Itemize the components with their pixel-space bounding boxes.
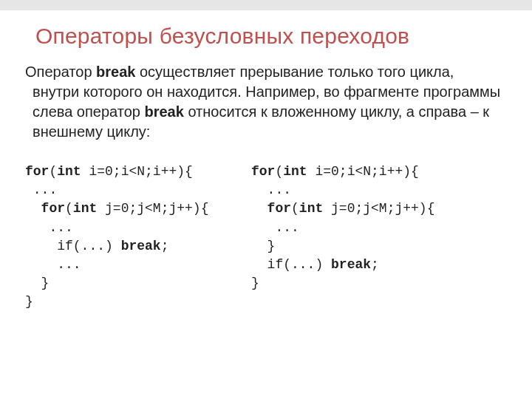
code-r-l1d: i=0;i<N;i++){ (307, 164, 419, 179)
code-r-l3d: int (299, 201, 323, 216)
code-r-l1c: int (283, 164, 307, 179)
code-l-l1b: ( (49, 164, 57, 179)
code-right: for(int i=0;i<N;i++){ ... for(int j=0;j<… (251, 163, 473, 312)
code-r-l7: } (251, 276, 259, 290)
code-l-l8: } (25, 294, 33, 309)
code-l-l7: } (25, 276, 49, 290)
code-left: for(int i=0;i<N;i++){ ... for(int j=0;j<… (25, 163, 247, 312)
para-bold1: break (96, 64, 135, 80)
code-l-l1d: i=0;i<N;i++){ (81, 164, 193, 179)
code-r-l5: } (251, 239, 275, 253)
code-r-l6b: break (331, 257, 371, 272)
para-bold2: break (145, 103, 184, 120)
code-l-l2: ... (25, 183, 57, 197)
code-r-l6c: ; (371, 257, 379, 272)
slide: Операторы безусловных переходов Оператор… (0, 0, 532, 399)
code-l-l5b: break (121, 239, 161, 253)
code-r-l1a: for (251, 164, 275, 179)
code-l-l3a (25, 201, 41, 216)
code-l-l1a: for (25, 164, 49, 179)
code-l-l1c: int (57, 164, 81, 179)
code-l-l5a: if(...) (25, 239, 121, 253)
code-l-l4: ... (25, 220, 73, 235)
code-r-l3b: for (267, 201, 291, 216)
code-l-l3b: for (41, 201, 65, 216)
top-bar (0, 0, 532, 10)
code-r-l2: ... (251, 183, 291, 197)
code-r-l3c: ( (291, 201, 299, 216)
code-columns: for(int i=0;i<N;i++){ ... for(int j=0;j<… (25, 163, 532, 312)
code-l-l3c: ( (65, 201, 73, 216)
slide-title: Операторы безусловных переходов (35, 24, 532, 49)
code-l-l3e: j=0;j<M;j++){ (97, 201, 208, 216)
code-r-l4: ... (251, 220, 299, 235)
body-paragraph: Оператор break осуществляет прерывание т… (25, 62, 504, 142)
code-l-l5c: ; (161, 239, 169, 253)
code-r-l3e: j=0;j<M;j++){ (323, 201, 434, 216)
code-r-l6a: if(...) (251, 257, 331, 272)
code-r-l1b: ( (275, 164, 283, 179)
code-r-l3a (251, 201, 267, 216)
code-l-l6: ... (25, 257, 81, 272)
code-l-l3d: int (73, 201, 97, 216)
para-pre1: Оператор (25, 64, 96, 80)
